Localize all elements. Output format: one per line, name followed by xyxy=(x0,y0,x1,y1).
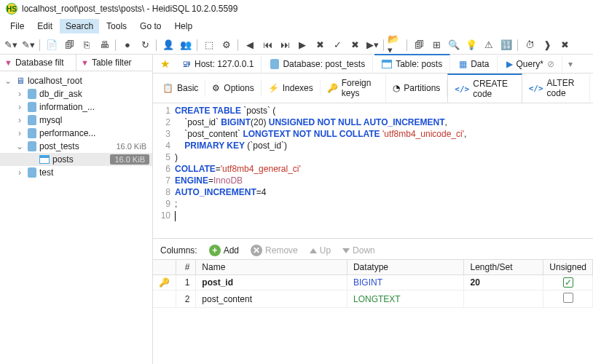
tree-db-post_tests[interactable]: ⌄post_tests16.0 KiB xyxy=(0,140,152,153)
toolbar-button[interactable]: 🔍 xyxy=(446,36,462,52)
tab-data[interactable]: ▦Data xyxy=(452,55,497,73)
separator: │ xyxy=(236,36,240,52)
tree-db-mysql[interactable]: ›mysql xyxy=(0,114,152,127)
window-title: localhost_root\post_tests\posts\ - Heidi… xyxy=(22,4,237,14)
toolbar-button[interactable]: ⊞ xyxy=(428,36,444,52)
toolbar-button[interactable]: ✖ xyxy=(312,36,328,52)
subtab-create-code[interactable]: </>CREATE code xyxy=(447,74,522,103)
toolbar-button[interactable]: ⎘ xyxy=(79,36,95,52)
primary-key-icon: 🔑 xyxy=(159,277,170,288)
move-up-button[interactable]: Up xyxy=(310,245,331,256)
toolbar-button[interactable]: ⚠ xyxy=(481,36,497,52)
database-icon xyxy=(270,59,279,69)
tree-db-db_dir_ask[interactable]: ›db_dir_ask xyxy=(0,87,152,100)
tree-server[interactable]: ⌄🖥localhost_root xyxy=(0,74,152,87)
toolbar-button[interactable]: 🖶 xyxy=(96,36,112,52)
toolbar-button[interactable]: 💡 xyxy=(463,36,479,52)
menu-edit[interactable]: Edit xyxy=(31,19,58,33)
filter-icon: ▼ xyxy=(4,58,12,67)
tab-icon: ⚡ xyxy=(268,83,279,93)
toolbar-button[interactable]: ⬚ xyxy=(201,36,217,52)
code-icon: </> xyxy=(455,84,469,94)
toolbar-button[interactable]: ✖ xyxy=(347,36,363,52)
menu-search[interactable]: Search xyxy=(60,19,99,33)
unsigned-checkbox[interactable]: ✓ xyxy=(563,277,573,288)
toolbar-button[interactable]: 🔢 xyxy=(498,36,514,52)
toolbar-button[interactable]: ❱ xyxy=(539,36,555,52)
toolbar-button[interactable]: ⏭ xyxy=(277,36,293,52)
table-icon xyxy=(39,155,50,164)
tab-host[interactable]: 🖳Host: 127.0.0.1 xyxy=(175,55,262,73)
toolbar-button[interactable]: ⏮ xyxy=(259,36,275,52)
database-icon xyxy=(28,102,36,112)
remove-column-button[interactable]: ✕Remove xyxy=(251,245,298,256)
toolbar-button[interactable]: 🗐 xyxy=(411,36,427,52)
database-icon xyxy=(28,128,36,138)
subtab-basic[interactable]: 📋Basic xyxy=(156,79,205,97)
data-icon: ▦ xyxy=(459,59,467,69)
close-icon[interactable]: ⊘ xyxy=(547,59,554,69)
query-icon: ▶ xyxy=(506,59,513,69)
database-filter[interactable]: ▼Database filt xyxy=(0,55,76,71)
toolbar-button[interactable]: 👥 xyxy=(178,36,194,52)
up-icon xyxy=(310,248,317,253)
app-icon: HS xyxy=(6,3,17,15)
tab-icon: ⚙ xyxy=(212,83,220,93)
tree-db-information_...[interactable]: ›information_... xyxy=(0,100,152,114)
menu-tools[interactable]: Tools xyxy=(101,19,133,33)
favorite-icon[interactable]: ★ xyxy=(156,58,173,71)
sub-tabbar: 📋Basic⚙Options⚡Indexes🔑Foreign keys◔Part… xyxy=(153,74,593,103)
server-icon: 🖥 xyxy=(16,76,25,86)
unsigned-checkbox[interactable] xyxy=(563,293,573,303)
tab-database[interactable]: Database: post_tests xyxy=(263,55,373,73)
tree-db-test[interactable]: ›test xyxy=(0,166,152,179)
tab-icon: 🔑 xyxy=(327,83,338,93)
toolbar-button[interactable]: ↻ xyxy=(137,36,153,52)
subtab-foreign-keys[interactable]: 🔑Foreign keys xyxy=(321,74,387,102)
toolbar-button[interactable]: ⏱ xyxy=(522,36,538,52)
tab-table[interactable]: Table: posts xyxy=(374,54,450,73)
database-icon xyxy=(28,115,36,125)
toolbar-button[interactable]: ▶▾ xyxy=(364,36,380,52)
add-column-button[interactable]: +Add xyxy=(209,245,239,256)
subtab-alter-code[interactable]: </>ALTER code xyxy=(522,74,590,102)
host-icon: 🖳 xyxy=(182,59,191,69)
toolbar-button[interactable]: ◀ xyxy=(242,36,258,52)
toolbar-button[interactable]: ⚙ xyxy=(219,36,235,52)
menu-file[interactable]: File xyxy=(4,19,30,33)
toolbar-button[interactable]: 📄 xyxy=(44,36,60,52)
subtab-partitions[interactable]: ◔Partitions xyxy=(386,79,447,97)
database-icon xyxy=(28,89,36,99)
sql-editor[interactable]: 12345678910 CREATE TABLE `posts` ( `post… xyxy=(153,103,593,238)
menu-help[interactable]: Help xyxy=(168,19,198,33)
toolbar-button[interactable]: 🗐 xyxy=(61,36,77,52)
columns-grid[interactable]: #NameDatatypeLength/SetUnsigned🔑1post_id… xyxy=(153,260,593,308)
subtab-indexes[interactable]: ⚡Indexes xyxy=(262,79,321,97)
table-filter[interactable]: ▼Table filter xyxy=(76,55,152,71)
toolbar-button[interactable]: ✓ xyxy=(329,36,345,52)
toolbar-button[interactable]: ✎▾ xyxy=(20,36,36,52)
menu-go-to[interactable]: Go to xyxy=(134,19,167,33)
sidebar: ▼Database filt ▼Table filter ⌄🖥localhost… xyxy=(0,55,153,364)
separator: │ xyxy=(405,36,409,52)
database-icon xyxy=(28,167,36,178)
filter-icon: ▼ xyxy=(81,58,89,67)
tree-db-performance...[interactable]: ›performance... xyxy=(0,127,152,140)
toolbar-button[interactable]: 👤 xyxy=(160,36,176,52)
object-tree[interactable]: ⌄🖥localhost_root›db_dir_ask›information_… xyxy=(0,71,152,182)
new-tab-icon[interactable]: ▾ xyxy=(564,59,577,69)
subtab-options[interactable]: ⚙Options xyxy=(205,79,261,97)
tab-query[interactable]: ▶Query*⊘ xyxy=(499,55,562,73)
remove-icon: ✕ xyxy=(251,245,262,256)
toolbar-button[interactable]: 📂▾ xyxy=(388,36,404,52)
toolbar-button[interactable]: ✎▾ xyxy=(3,36,19,52)
column-row[interactable]: 2post_contentLONGTEXT xyxy=(153,290,593,308)
toolbar-button[interactable]: ▶ xyxy=(294,36,310,52)
titlebar: HS localhost_root\post_tests\posts\ - He… xyxy=(0,0,593,17)
column-row[interactable]: 🔑1post_idBIGINT20✓ xyxy=(153,275,593,290)
tree-table-posts[interactable]: posts16.0 KiB xyxy=(0,153,152,166)
toolbar-button[interactable]: ● xyxy=(119,36,136,52)
top-tabbar: ★🖳Host: 127.0.0.1Database: post_testsTab… xyxy=(153,55,593,74)
move-down-button[interactable]: Down xyxy=(342,245,375,256)
toolbar-button[interactable]: ✖ xyxy=(557,36,573,52)
